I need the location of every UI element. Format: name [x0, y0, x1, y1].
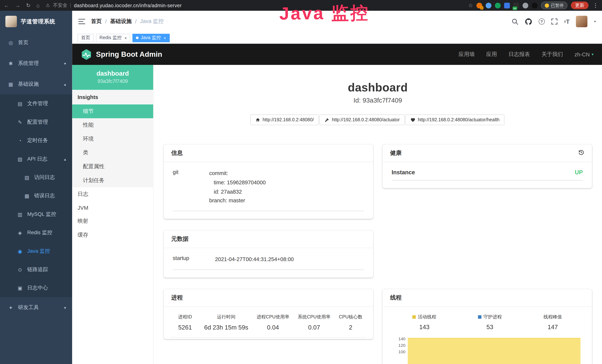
- metric-pid: 进程ID 5261: [174, 314, 196, 336]
- sba-item-mappings[interactable]: 映射: [72, 214, 153, 228]
- legend-label: 线程峰值: [544, 314, 562, 320]
- forward-icon[interactable]: →: [15, 3, 20, 8]
- sidebar-item-access-log[interactable]: ▨ 访问日志: [0, 168, 72, 187]
- sba-item-environment[interactable]: 环境: [72, 132, 153, 146]
- tab-label: Redis 监控: [99, 34, 122, 41]
- instance-name: dashboard: [75, 70, 150, 77]
- legend-value: 53: [478, 324, 502, 331]
- tab-redis-monitor[interactable]: Redis 监控 ×: [96, 33, 130, 42]
- infrastructure-icon: ▦: [8, 81, 14, 87]
- sidebar-item-infra[interactable]: ▦ 基础设施 ▴: [0, 74, 72, 95]
- sba-brand-label: Spring Boot Admin: [96, 50, 162, 59]
- chart-plot-area: [408, 337, 580, 364]
- sba-item-caches[interactable]: 缓存: [72, 228, 153, 242]
- reload-icon[interactable]: ↻: [26, 3, 31, 8]
- health-url-button[interactable]: http://192.168.0.2:48080/actuator/health: [406, 114, 505, 125]
- extension-icon-3[interactable]: [495, 2, 501, 8]
- extension-icon-6[interactable]: [522, 2, 528, 8]
- actuator-url-button[interactable]: http://192.168.0.2:48080/actuator: [320, 114, 405, 125]
- history-icon[interactable]: [578, 150, 584, 157]
- sba-group-insights[interactable]: Insights: [72, 90, 153, 105]
- github-icon[interactable]: [525, 18, 532, 25]
- browser-actions: ☆ 1 on 已暂停 更新 ⋮: [468, 1, 598, 9]
- sba-nav-wallboard[interactable]: 应用墙: [459, 51, 475, 58]
- trace-icon: ⊙: [17, 267, 23, 272]
- health-url-label: http://192.168.0.2:48080/actuator/health: [418, 117, 499, 123]
- sidebar-item-tracing[interactable]: ⊙ 链路追踪: [0, 260, 72, 279]
- extension-icon-4[interactable]: [504, 2, 510, 8]
- instance-url-button[interactable]: http://192.168.0.2:48080/: [250, 114, 319, 125]
- help-icon[interactable]: ?: [538, 18, 545, 24]
- extension-icon-2[interactable]: [486, 2, 492, 8]
- security-label[interactable]: 不安全: [53, 2, 67, 9]
- sba-language-select[interactable]: zh-CN ▾: [575, 51, 594, 57]
- sidebar-item-label: 定时任务: [27, 137, 72, 144]
- search-icon[interactable]: [512, 18, 518, 25]
- close-icon[interactable]: ×: [124, 36, 127, 40]
- sba-nav-about[interactable]: 关于我们: [541, 51, 563, 58]
- home-icon: [255, 117, 260, 122]
- threads-card: 线程 活动线程 1: [383, 289, 592, 364]
- browser-nav-buttons: ← → ↻ ⌂: [4, 3, 40, 8]
- sba-item-performance[interactable]: 性能: [72, 118, 153, 132]
- gear-icon: ✱: [8, 60, 14, 66]
- sidebar-item-label: Java 监控: [27, 248, 72, 255]
- sidebar-item-file-manage[interactable]: ▤ 文件管理: [0, 94, 72, 113]
- bookmark-star-icon[interactable]: ☆: [468, 3, 473, 8]
- extension-icon-1[interactable]: 1: [476, 2, 482, 8]
- chevron-down-icon: ▾: [64, 305, 66, 310]
- breadcrumb-home[interactable]: 首页: [91, 18, 102, 25]
- sidebar-item-scheduled-jobs[interactable]: ◔ 定时任务: [0, 131, 72, 150]
- log-center-icon: ▣: [17, 285, 23, 291]
- breadcrumb-infra[interactable]: 基础设施: [110, 18, 132, 25]
- close-icon[interactable]: ×: [163, 36, 166, 40]
- sba-nav-journal[interactable]: 日志报表: [508, 51, 530, 58]
- sba-brand[interactable]: Spring Boot Admin: [81, 49, 162, 60]
- font-size-icon[interactable]: тT: [564, 19, 570, 24]
- sba-item-jvm[interactable]: JVM: [72, 201, 153, 214]
- extension-count-badge: 1: [480, 6, 483, 10]
- back-icon[interactable]: ←: [4, 3, 9, 8]
- app-logo[interactable]: 芋道管理系统: [0, 11, 72, 32]
- url-text[interactable]: dashboard.yudao.iocoder.cn/infra/admin-s…: [74, 2, 182, 8]
- sidebar-item-home[interactable]: ◎ 首页: [0, 32, 72, 53]
- sba-item-classes[interactable]: 类: [72, 146, 153, 160]
- sba-item-scheduled-tasks[interactable]: 计划任务: [72, 173, 153, 187]
- update-button[interactable]: 更新: [571, 1, 589, 9]
- chevron-down-icon[interactable]: ▾: [594, 20, 596, 23]
- sidebar-item-label: 系统管理: [18, 60, 60, 67]
- tab-java-monitor[interactable]: Java 监控 ×: [133, 33, 170, 42]
- fullscreen-icon[interactable]: [551, 18, 557, 24]
- sidebar-item-error-log[interactable]: ▩ 错误日志: [0, 187, 72, 205]
- file-icon: ▤: [17, 101, 23, 107]
- browser-window: ← → ↻ ⌂ ⚠ 不安全 dashboard.yudao.iocoder.cn…: [0, 0, 602, 364]
- sidebar-item-mysql-monitor[interactable]: ▥ MySQL 监控: [0, 205, 72, 224]
- avatar[interactable]: [576, 16, 588, 27]
- extension-icon-5[interactable]: on: [513, 2, 519, 8]
- hamburger-icon[interactable]: [78, 19, 85, 24]
- tab-home[interactable]: 首页: [77, 33, 94, 42]
- paused-badge[interactable]: 已暂停: [541, 1, 568, 9]
- extension-icon-7[interactable]: [532, 2, 538, 8]
- sidebar-item-java-monitor[interactable]: ◉ Java 监控: [0, 242, 72, 260]
- sba-item-details[interactable]: 细节: [72, 104, 153, 118]
- metadata-row-startup: startup 2021-04-27T00:44:31.254+08:00: [173, 255, 364, 270]
- sidebar-item-devtools[interactable]: ✦ 研发工具 ▾: [0, 297, 72, 318]
- sidebar-item-log-center[interactable]: ▣ 日志中心: [0, 279, 72, 297]
- sba-item-config-props[interactable]: 配置属性: [72, 160, 153, 173]
- sidebar-item-label: 研发工具: [18, 304, 60, 311]
- card-title: 进程: [171, 294, 183, 301]
- address-bar[interactable]: ⚠ 不安全 dashboard.yudao.iocoder.cn/infra/a…: [46, 2, 464, 9]
- sidebar-item-redis-monitor[interactable]: ◈ Redis 监控: [0, 224, 72, 242]
- sba-nav-applications[interactable]: 应用: [486, 51, 497, 58]
- metadata-card: 元数据 startup 2021-04-27T00:44:31.254+08:0…: [163, 230, 373, 278]
- sidebar-item-system[interactable]: ✱ 系统管理 ▾: [0, 53, 72, 74]
- sidebar-item-config-manage[interactable]: ✎ 配置管理: [0, 113, 72, 131]
- browser-menu-icon[interactable]: ⋮: [593, 3, 598, 8]
- home-icon[interactable]: ⌂: [36, 3, 40, 8]
- card-header: 健康: [383, 144, 592, 162]
- sidebar-item-api-log[interactable]: ▧ API 日志 ▴: [0, 150, 72, 168]
- sba-item-logs[interactable]: 日志: [72, 187, 153, 201]
- card-header: 元数据: [163, 230, 373, 248]
- metric-label: 进程ID: [174, 314, 196, 320]
